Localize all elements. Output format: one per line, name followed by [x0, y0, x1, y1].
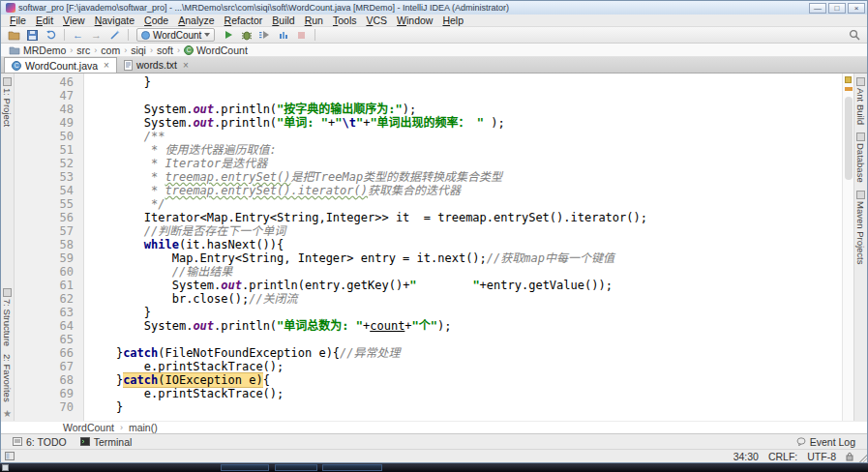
open-icon[interactable]: [6, 28, 22, 43]
line-number[interactable]: 48: [15, 103, 74, 116]
tab-wordcount-java[interactable]: C WordCount.java ×: [4, 57, 117, 73]
line-number[interactable]: 57: [15, 224, 74, 238]
breadcrumb-src[interactable]: src: [76, 44, 90, 56]
line-number[interactable]: 52: [15, 157, 74, 170]
lock-icon[interactable]: [846, 452, 853, 461]
breadcrumb-com[interactable]: com: [101, 44, 120, 56]
close-tab-icon[interactable]: ×: [183, 60, 189, 71]
stop-icon[interactable]: [293, 28, 310, 43]
event-log-button[interactable]: Event Log: [793, 436, 859, 448]
breadcrumb-project[interactable]: MRDemo: [9, 44, 66, 56]
code-line[interactable]: System.out.println(entry.getKey()+" "+en…: [88, 279, 842, 292]
inspection-status-icon[interactable]: [845, 76, 852, 83]
menu-window[interactable]: Window: [392, 15, 437, 26]
code-line[interactable]: System.out.println("按字典的输出顺序为:");: [88, 103, 842, 116]
toolwindow-button-project[interactable]: 1: Project: [2, 74, 13, 131]
line-number[interactable]: 58: [15, 238, 74, 251]
close-tab-icon[interactable]: ×: [104, 60, 109, 71]
code-line[interactable]: }: [88, 75, 842, 89]
code-line[interactable]: //输出结果: [88, 265, 842, 279]
menu-navigate[interactable]: Navigate: [90, 15, 139, 26]
caret-position[interactable]: 34:30: [733, 451, 759, 462]
code-line[interactable]: System.out.println("单词: "+"\t"+"单词出现的频率：…: [88, 116, 842, 130]
menu-build[interactable]: Build: [267, 15, 299, 26]
profiler-icon[interactable]: [275, 28, 291, 43]
code-line[interactable]: }catch(FileNotFoundException e){//异常处理: [88, 346, 842, 360]
code-line[interactable]: }catch(IOException e){: [88, 373, 842, 387]
code-line[interactable]: e.printStackTrace();: [88, 387, 842, 400]
toolwindow-button-ant-build[interactable]: Ant Build: [855, 74, 866, 129]
debug-icon[interactable]: [238, 28, 254, 43]
taskbar-app-button[interactable]: [221, 464, 269, 471]
code-line[interactable]: //判断是否存在下一个单词: [88, 224, 842, 238]
menu-vcs[interactable]: VCS: [361, 15, 392, 26]
line-number[interactable]: 62: [15, 292, 74, 306]
line-number[interactable]: 66: [15, 346, 74, 360]
warning-stripe-mark[interactable]: [845, 87, 853, 91]
code-line[interactable]: [88, 89, 842, 103]
breadcrumb-soft[interactable]: soft: [157, 44, 173, 56]
line-number[interactable]: 50: [15, 130, 74, 143]
line-number[interactable]: 59: [15, 251, 74, 265]
menu-code[interactable]: Code: [139, 15, 173, 26]
maximize-button[interactable]: □: [828, 3, 846, 14]
toolwindow-button-structure[interactable]: 7: Structure: [2, 284, 13, 350]
code-line[interactable]: Map.Entry<String, Integer> entry = it.ne…: [88, 251, 842, 265]
line-number[interactable]: 46: [15, 75, 74, 89]
wand-icon[interactable]: [106, 28, 123, 43]
line-number[interactable]: 54: [15, 184, 74, 197]
code-line[interactable]: [88, 333, 842, 346]
line-number[interactable]: 65: [15, 333, 74, 346]
code-line[interactable]: * Iterator是迭代器: [88, 157, 842, 170]
toolwindow-button-favorites[interactable]: 2: Favorites: [2, 350, 13, 406]
todo-toolwindow-button[interactable]: 6: TODO: [9, 436, 71, 448]
save-all-icon[interactable]: [24, 28, 41, 43]
close-button[interactable]: ×: [848, 3, 865, 14]
code-line[interactable]: }: [88, 400, 842, 414]
coverage-icon[interactable]: [256, 28, 273, 43]
code-line[interactable]: System.out.println("单词总数为: "+count+"个");: [88, 319, 842, 333]
line-number[interactable]: 61: [15, 279, 74, 292]
search-icon[interactable]: [846, 28, 862, 43]
line-number[interactable]: 68: [15, 373, 74, 387]
code-line[interactable]: * treemap.entrySet()是把TreeMap类型的数据转换成集合类…: [88, 170, 842, 184]
menu-edit[interactable]: Edit: [31, 15, 58, 26]
gutter[interactable]: 4647484950515253545556575859606162636465…: [15, 74, 84, 421]
line-number[interactable]: 53: [15, 170, 74, 184]
menu-file[interactable]: File: [5, 15, 31, 26]
menu-view[interactable]: View: [58, 15, 90, 26]
code-line[interactable]: */: [88, 197, 842, 211]
resize-grip[interactable]: [859, 455, 867, 462]
encoding-indicator[interactable]: UTF-8: [807, 451, 836, 462]
code-line[interactable]: * 使用迭代器遍历取值:: [88, 143, 842, 157]
line-number[interactable]: 49: [15, 116, 74, 130]
tab-words-txt[interactable]: words.txt ×: [117, 57, 195, 73]
run-icon[interactable]: [220, 28, 236, 43]
minimize-button[interactable]: —: [809, 3, 826, 14]
code-line[interactable]: Iterator<Map.Entry<String,Integer>> it =…: [88, 211, 842, 224]
back-icon[interactable]: ←: [70, 28, 86, 43]
line-number[interactable]: 51: [15, 143, 74, 157]
line-separator-indicator[interactable]: CRLF:: [768, 451, 797, 462]
code-line[interactable]: * treemap.entrySet().iterator()获取集合的迭代器: [88, 184, 842, 197]
scrollbar-thumb[interactable]: [845, 97, 853, 180]
line-number[interactable]: 55: [15, 197, 74, 211]
breadcrumb-class[interactable]: WordCount: [63, 422, 114, 433]
synchronize-icon[interactable]: [43, 28, 59, 43]
toolwindow-button-maven[interactable]: Maven Projects: [855, 187, 866, 268]
breadcrumb-siqi[interactable]: siqi: [131, 44, 146, 56]
menu-tools[interactable]: Tools: [328, 15, 362, 26]
menu-refactor[interactable]: Refactor: [220, 15, 268, 26]
line-number[interactable]: 60: [15, 265, 74, 279]
line-number[interactable]: 63: [15, 306, 74, 319]
error-stripe[interactable]: [842, 74, 853, 421]
title-bar[interactable]: softwar_pro [F:\javademo\softwar_pro] - …: [1, 1, 867, 15]
taskbar-start-area[interactable]: [2, 464, 9, 471]
code-line[interactable]: br.close();//关闭流: [88, 292, 842, 306]
line-number[interactable]: 69: [15, 387, 74, 400]
line-number[interactable]: 67: [15, 360, 74, 373]
code-area[interactable]: } System.out.println("按字典的输出顺序为:"); Syst…: [84, 74, 842, 421]
breadcrumb-method[interactable]: main(): [129, 422, 158, 433]
taskbar-app-button[interactable]: [275, 464, 317, 471]
menu-analyze[interactable]: Analyze: [173, 15, 219, 26]
